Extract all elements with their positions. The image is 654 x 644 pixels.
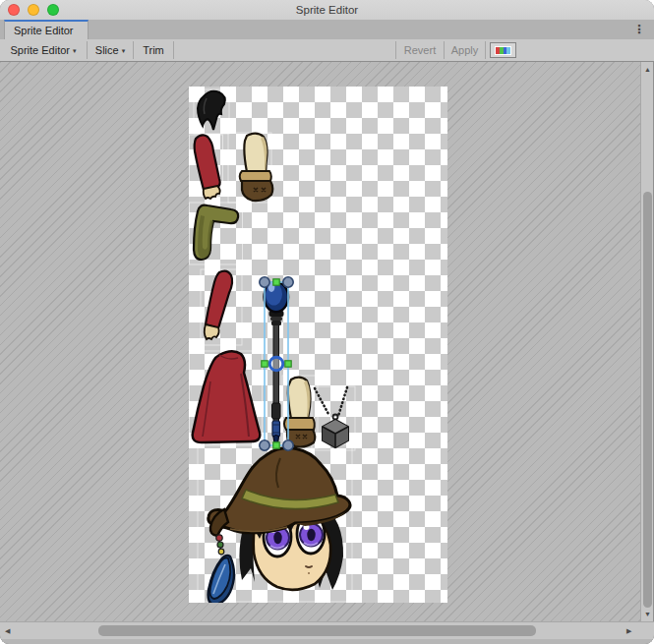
sprite-head[interactable] xyxy=(208,448,350,603)
sprite-hair-tuft[interactable] xyxy=(198,91,225,130)
slice-dropdown[interactable]: Slice ▾ xyxy=(88,39,133,61)
sprite-red-robe[interactable] xyxy=(193,351,261,442)
separator xyxy=(485,41,486,59)
toolbar: Sprite Editor ▾ Slice ▾ Trim Revert Appl… xyxy=(0,39,654,62)
horizontal-scrollbar[interactable]: ◀ ▶ xyxy=(0,621,640,639)
rgb-icon xyxy=(495,46,511,55)
scrollbar-corner xyxy=(640,621,654,639)
window-title: Sprite Editor xyxy=(0,0,654,20)
sprite-cube-amulet[interactable] xyxy=(315,387,348,447)
sprite-sheet xyxy=(189,87,447,603)
overflow-menu-icon[interactable]: ⋮ xyxy=(632,21,646,38)
scroll-down-icon[interactable]: ▼ xyxy=(644,610,651,619)
trim-button-label: Trim xyxy=(143,44,164,56)
window-bottom-edge xyxy=(0,639,654,644)
revert-button-label: Revert xyxy=(404,44,436,56)
tab-strip: Sprite Editor ⋮ xyxy=(0,20,654,39)
chevron-down-icon: ▾ xyxy=(122,47,126,55)
sprite-red-arm[interactable] xyxy=(205,271,232,339)
sprite-editor-dropdown-label: Sprite Editor xyxy=(10,44,70,56)
sprite-green-scarf[interactable] xyxy=(194,205,238,260)
chevron-down-icon: ▾ xyxy=(73,47,77,55)
sprite-editor-dropdown[interactable]: Sprite Editor ▾ xyxy=(0,39,87,61)
vertical-scrollbar-thumb[interactable] xyxy=(643,192,652,608)
sprite-boot-large[interactable] xyxy=(240,134,273,201)
rgb-channels-button[interactable] xyxy=(490,42,516,58)
bead xyxy=(217,542,223,548)
separator xyxy=(173,41,174,59)
slice-dropdown-label: Slice xyxy=(95,44,119,56)
pivot-handle[interactable] xyxy=(269,357,283,371)
vertical-scrollbar[interactable]: ▲ ▼ xyxy=(640,62,653,621)
revert-button[interactable]: Revert xyxy=(396,39,444,61)
sprite-editor-window: Sprite Editor Sprite Editor ⋮ Sprite Edi… xyxy=(0,0,654,644)
titlebar: Sprite Editor xyxy=(0,0,654,20)
scroll-up-icon[interactable]: ▲ xyxy=(644,65,651,75)
apply-button[interactable]: Apply xyxy=(445,39,485,61)
bead xyxy=(216,535,222,541)
horizontal-scrollbar-thumb[interactable] xyxy=(98,625,536,636)
trim-button[interactable]: Trim xyxy=(134,39,173,61)
scroll-left-icon[interactable]: ◀ xyxy=(5,626,10,636)
tab-sprite-editor[interactable]: Sprite Editor xyxy=(4,20,89,39)
mouth xyxy=(306,566,312,567)
bead xyxy=(218,549,224,555)
apply-button-label: Apply xyxy=(451,44,479,56)
tab-label: Sprite Editor xyxy=(14,25,74,36)
sprite-red-sleeve[interactable] xyxy=(195,135,220,199)
scroll-right-icon[interactable]: ▶ xyxy=(626,626,631,636)
